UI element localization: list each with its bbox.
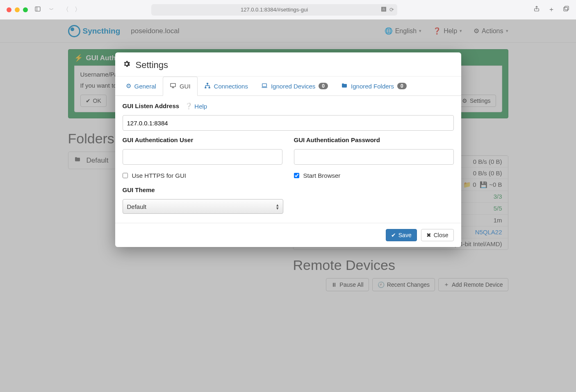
tab-connections[interactable]: Connections	[198, 77, 255, 95]
share-icon[interactable]	[533, 5, 540, 14]
sitemap-icon	[204, 82, 211, 90]
gear-icon: ⚙	[126, 82, 131, 90]
svg-rect-10	[208, 87, 210, 88]
tab-general[interactable]: ⚙General	[119, 77, 163, 95]
gui-theme-label: GUI Theme	[123, 186, 155, 193]
window-controls	[7, 7, 28, 12]
chevron-down-icon[interactable]: ﹀	[48, 7, 55, 13]
minimize-window-icon[interactable]	[15, 7, 20, 12]
laptop-icon	[261, 82, 268, 90]
svg-rect-0	[35, 7, 40, 11]
use-https-label: Use HTTPS for GUI	[132, 172, 187, 179]
url-bar[interactable]: 127.0.0.1:8384/#settings-gui 🅰 ⟳	[151, 4, 397, 16]
tab-gui[interactable]: GUI	[163, 77, 198, 96]
settings-modal: Settings ⚙General GUI Connections Ignore…	[115, 52, 461, 247]
ignored-folders-badge: 0	[397, 83, 407, 89]
svg-rect-8	[207, 83, 208, 84]
ignored-devices-badge: 0	[319, 83, 328, 89]
gui-theme-value: Default	[127, 203, 147, 210]
question-icon: ❔	[185, 102, 193, 110]
modal-title: Settings	[136, 60, 168, 70]
new-tab-icon[interactable]: ＋	[548, 5, 555, 14]
url-text: 127.0.0.1:8384/#settings-gui	[241, 7, 308, 13]
folder-icon	[341, 82, 348, 90]
auth-password-input[interactable]	[294, 149, 454, 165]
reader-icon[interactable]: 🅰	[381, 7, 386, 13]
tabs-icon[interactable]	[563, 5, 569, 14]
auth-password-label: GUI Authentication Password	[294, 136, 380, 143]
tab-ignored-folders[interactable]: Ignored Folders 0	[335, 77, 413, 95]
start-browser-checkbox[interactable]	[294, 173, 299, 178]
auth-user-label: GUI Authentication User	[123, 136, 194, 143]
tab-ignored-devices[interactable]: Ignored Devices 0	[255, 77, 335, 95]
browser-toolbar: ﹀ 〈 〉 127.0.0.1:8384/#settings-gui 🅰 ⟳ ＋	[0, 0, 576, 20]
forward-button: 〉	[75, 6, 81, 14]
help-link[interactable]: ❔Help	[185, 102, 207, 110]
close-window-icon[interactable]	[7, 7, 11, 12]
use-https-checkbox[interactable]	[123, 173, 128, 178]
back-button[interactable]: 〈	[63, 6, 69, 14]
reload-icon[interactable]: ⟳	[389, 7, 394, 13]
save-button[interactable]: ✔ Save	[386, 229, 417, 241]
svg-rect-5	[171, 84, 175, 87]
listen-address-input[interactable]	[123, 115, 454, 131]
svg-rect-9	[205, 87, 206, 88]
start-browser-label: Start Browser	[303, 172, 341, 179]
maximize-window-icon[interactable]	[23, 7, 28, 12]
gear-icon	[123, 60, 131, 70]
sidebar-icon[interactable]	[33, 6, 43, 14]
gui-theme-select[interactable]: Default ▴▾	[123, 199, 283, 214]
auth-user-input[interactable]	[123, 149, 282, 165]
close-button[interactable]: ✖ Close	[421, 229, 454, 241]
svg-rect-4	[564, 7, 567, 11]
listen-address-label: GUI Listen Address	[123, 102, 180, 109]
desktop-icon	[170, 82, 176, 90]
svg-rect-11	[262, 84, 267, 86]
settings-tabs: ⚙General GUI Connections Ignored Devices…	[115, 77, 461, 96]
svg-rect-3	[565, 6, 569, 10]
select-caret-icon: ▴▾	[276, 203, 279, 210]
